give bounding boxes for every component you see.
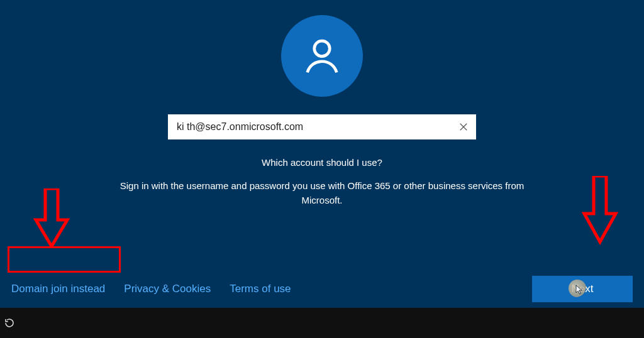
bottom-link-row: Domain join instead Privacy & Cookies Te… [0,270,644,308]
next-button-label: Next [572,283,594,295]
annotation-arrow-left [33,188,70,248]
domain-join-link[interactable]: Domain join instead [11,283,105,295]
next-button[interactable]: Next [532,276,633,302]
svg-point-0 [314,41,330,56]
ease-of-access-icon[interactable] [4,317,15,329]
account-prompt-subtext: Sign in with the username and password y… [118,179,526,207]
annotation-arrow-right [581,176,619,245]
privacy-cookies-link[interactable]: Privacy & Cookies [124,283,211,295]
annotation-highlight-domain-join [8,246,121,273]
terms-of-use-link[interactable]: Terms of use [230,283,291,295]
email-input[interactable] [177,121,457,133]
email-input-container [168,114,476,139]
user-avatar-icon [281,15,363,97]
clear-input-icon[interactable] [457,121,470,133]
oobe-signin-screen: Which account should I use? Sign in with… [0,0,644,308]
taskbar [0,308,644,338]
account-prompt-heading: Which account should I use? [262,157,382,168]
